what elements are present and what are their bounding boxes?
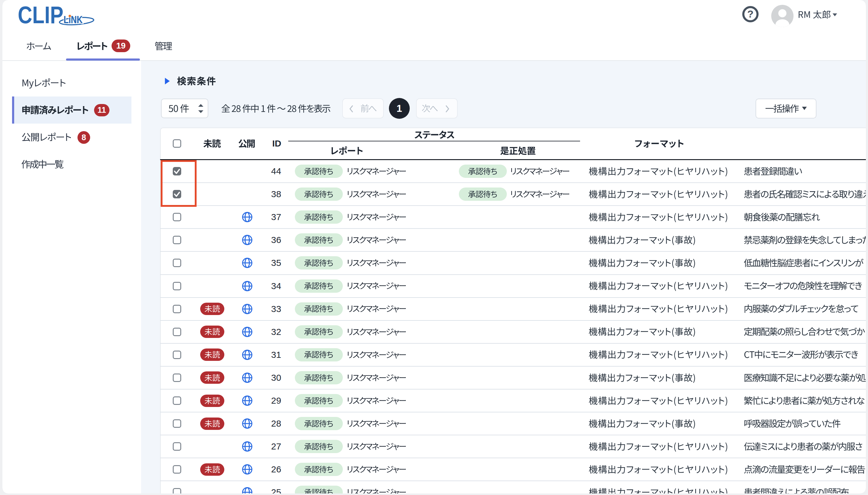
svg-text:CLIP: CLIP [18, 2, 63, 28]
svg-text:?: ? [747, 8, 754, 20]
svg-text:LiNK: LiNK [64, 14, 83, 25]
